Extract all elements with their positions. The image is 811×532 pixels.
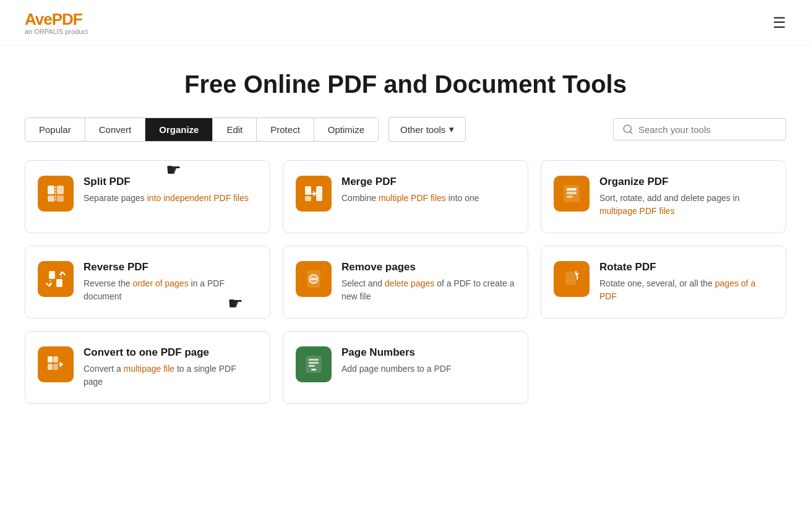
remove-pages-name: Remove pages: [341, 261, 515, 273]
reverse-pdf-icon: [38, 261, 74, 297]
reverse-pdf-info: Reverse PDF Reverse the order of pages i…: [84, 261, 257, 303]
svg-rect-9: [316, 186, 322, 201]
remove-pages-icon: [296, 261, 332, 297]
tab-optimize[interactable]: Optimize: [314, 118, 378, 141]
merge-pdf-desc: Combine multiple PDF files into one: [341, 192, 515, 205]
svg-rect-5: [57, 195, 64, 202]
rotate-pdf-info: Rotate PDF Rotate one, several, or all t…: [599, 261, 773, 303]
tool-card-page-numbers[interactable]: Page Numbers Add page numbers to a PDF: [283, 331, 528, 404]
logo-pdf: PDF: [52, 10, 82, 28]
tool-card-reverse-pdf[interactable]: Reverse PDF Reverse the order of pages i…: [25, 246, 270, 319]
svg-rect-27: [309, 359, 319, 361]
convert-one-page-icon: [38, 346, 74, 382]
svg-rect-23: [53, 356, 58, 363]
page-numbers-name: Page Numbers: [341, 346, 515, 359]
svg-rect-29: [309, 365, 315, 367]
rotate-pdf-desc: Rotate one, several, or all the pages of…: [599, 277, 773, 303]
svg-rect-7: [305, 186, 311, 195]
merge-pdf-info: Merge PDF Combine multiple PDF files int…: [341, 176, 515, 205]
tab-group: Popular Convert Organize Edit Protect Op…: [25, 118, 379, 142]
nav-tabs: Popular Convert Organize Edit Protect Op…: [0, 117, 811, 142]
logo-subtitle: an ORPALIS product: [25, 28, 88, 35]
organize-pdf-desc: Sort, rotate, add and delete pages in mu…: [599, 192, 773, 218]
page-numbers-info: Page Numbers Add page numbers to a PDF: [341, 346, 515, 375]
svg-rect-15: [56, 279, 62, 287]
reverse-pdf-name: Reverse PDF: [84, 261, 257, 273]
svg-rect-4: [57, 186, 64, 194]
split-pdf-icon: [38, 176, 74, 212]
svg-rect-24: [53, 364, 58, 370]
svg-rect-2: [48, 186, 54, 194]
tool-card-merge-pdf[interactable]: Merge PDF Combine multiple PDF files int…: [283, 160, 528, 233]
hamburger-menu[interactable]: ☰: [773, 14, 786, 32]
logo-text: AvePDF: [25, 10, 88, 29]
logo[interactable]: AvePDF an ORPALIS product: [25, 10, 88, 35]
header: AvePDF an ORPALIS product ☰: [0, 0, 811, 46]
organize-pdf-name: Organize PDF: [599, 176, 773, 188]
page-numbers-icon: [296, 346, 332, 382]
merge-pdf-name: Merge PDF: [341, 176, 515, 188]
tab-organize[interactable]: Organize: [145, 118, 213, 141]
rotate-pdf-icon: [554, 261, 590, 297]
split-pdf-name: Split PDF: [84, 176, 257, 188]
dropdown-arrow-icon: ▾: [449, 124, 454, 135]
tool-card-organize-pdf[interactable]: Organize PDF Sort, rotate, add and delet…: [541, 160, 786, 233]
tab-popular[interactable]: Popular: [25, 118, 85, 141]
svg-rect-11: [567, 188, 577, 191]
rotate-pdf-name: Rotate PDF: [599, 261, 773, 273]
tab-edit[interactable]: Edit: [213, 118, 257, 141]
search-input[interactable]: [638, 124, 777, 135]
hero-title: Free Online PDF and Document Tools: [12, 71, 799, 98]
svg-rect-21: [48, 356, 53, 363]
organize-pdf-info: Organize PDF Sort, rotate, add and delet…: [599, 176, 773, 218]
tool-card-convert-one-page[interactable]: Convert to one PDF page Convert a multip…: [25, 331, 270, 404]
remove-pages-desc: Select and delete pages of a PDF to crea…: [341, 277, 515, 303]
reverse-pdf-desc: Reverse the order of pages in a PDF docu…: [84, 277, 257, 303]
split-pdf-info: Split PDF Separate pages into independen…: [84, 176, 257, 205]
svg-line-1: [630, 131, 632, 133]
svg-rect-28: [309, 362, 319, 364]
search-icon: [622, 124, 633, 135]
convert-one-page-name: Convert to one PDF page: [84, 346, 257, 359]
svg-rect-13: [567, 195, 573, 198]
tools-grid: Split PDF Separate pages into independen…: [0, 160, 811, 429]
tool-card-split-pdf[interactable]: Split PDF Separate pages into independen…: [25, 160, 270, 233]
logo-ave: Ave: [25, 10, 52, 28]
svg-rect-3: [48, 195, 54, 202]
hero-section: Free Online PDF and Document Tools: [0, 46, 811, 117]
tab-protect[interactable]: Protect: [257, 118, 314, 141]
split-pdf-desc: Separate pages into independent PDF file…: [84, 192, 257, 205]
search-area: [613, 118, 786, 140]
convert-one-page-info: Convert to one PDF page Convert a multip…: [84, 346, 257, 388]
other-tools-button[interactable]: Other tools ▾: [388, 117, 466, 142]
svg-rect-30: [311, 369, 316, 371]
remove-pages-info: Remove pages Select and delete pages of …: [341, 261, 515, 303]
svg-rect-22: [48, 364, 53, 370]
other-tools-label: Other tools: [400, 124, 445, 135]
tool-card-remove-pages[interactable]: Remove pages Select and delete pages of …: [283, 246, 528, 319]
svg-rect-20: [566, 272, 576, 285]
tool-card-rotate-pdf[interactable]: Rotate PDF Rotate one, several, or all t…: [541, 246, 786, 319]
merge-pdf-icon: [296, 176, 332, 212]
page-numbers-desc: Add page numbers to a PDF: [341, 363, 515, 375]
svg-rect-14: [49, 271, 55, 279]
search-box: [613, 118, 786, 140]
svg-rect-8: [305, 196, 311, 201]
organize-pdf-icon: [554, 176, 590, 212]
convert-one-page-desc: Convert a multipage file to a single PDF…: [84, 363, 257, 388]
tab-convert[interactable]: Convert: [85, 118, 146, 141]
svg-rect-12: [567, 192, 577, 194]
